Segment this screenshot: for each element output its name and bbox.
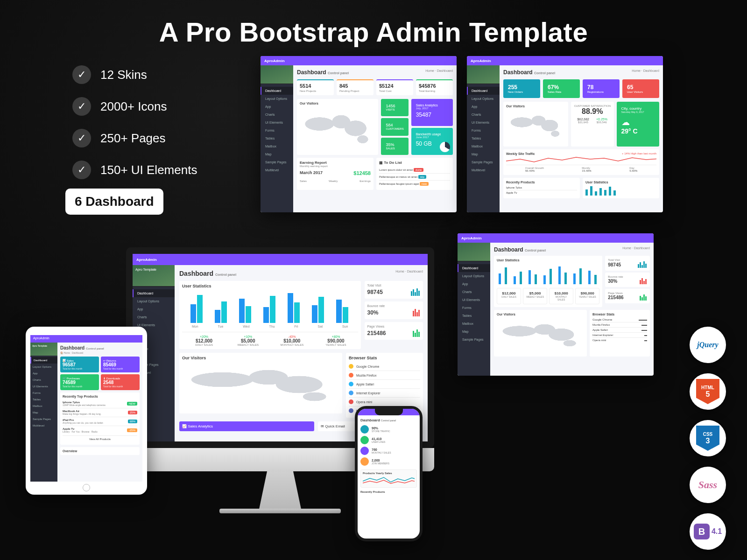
tech-badges: jQuery HTML5 CSS3 Sass B4.1	[690, 327, 726, 550]
sidebar-item[interactable]: Layout Options	[261, 95, 293, 103]
sidebar-item[interactable]: Mailbox	[30, 403, 57, 409]
sidebar-item[interactable]: Multilevel	[467, 166, 500, 174]
home-button-icon	[83, 484, 90, 491]
sidebar-item[interactable]: Map	[261, 150, 293, 158]
check-icon: ✓	[72, 129, 91, 147]
sidebar-item[interactable]: Multilevel	[261, 166, 293, 174]
breadcrumb: Home · Dashboard	[425, 69, 453, 72]
sidebar-item[interactable]: Sample Pages	[261, 158, 293, 166]
sidebar-item[interactable]: Map	[467, 150, 500, 158]
sidebar-item[interactable]: Map	[30, 409, 57, 416]
feature-list: ✓12 Skins ✓2000+ Icons ✓250+ Pages ✓150+…	[72, 65, 197, 192]
sidebar-item[interactable]: App	[30, 370, 57, 377]
todo-item[interactable]: Pellentesque feugiat ipsum eget new	[379, 181, 450, 187]
sidebar-item[interactable]: Charts	[467, 111, 500, 119]
sidebar-item[interactable]: Charts	[133, 313, 175, 321]
todo-item[interactable]: Pellentesque et metus sit amet wip	[379, 174, 450, 181]
bootstrap-icon: B4.1	[690, 513, 726, 550]
sidebar-item[interactable]: UI Elements	[467, 119, 500, 126]
sidebar-item[interactable]: Mailbox	[467, 142, 500, 150]
sidebar-item[interactable]: Forms	[261, 126, 293, 134]
sidebar-item[interactable]: App	[261, 103, 293, 111]
feature-item: ✓250+ Pages	[72, 129, 197, 147]
check-icon: ✓	[72, 65, 91, 84]
sidebar-item[interactable]: Map	[458, 328, 490, 336]
sidebar-item[interactable]: Sample Pages	[458, 336, 490, 343]
dashboard-count-badge: 6 Dashboard	[65, 189, 163, 215]
sidebar-item[interactable]: UI Elements	[458, 296, 490, 304]
feature-item: ✓12 Skins	[72, 65, 197, 84]
sidebar-item[interactable]: Sample Pages	[30, 416, 57, 422]
sidebar-item[interactable]: App	[133, 305, 175, 313]
brand-title: AproAdmin	[264, 59, 285, 63]
sidebar-item[interactable]: Tables	[30, 396, 57, 403]
feature-item: ✓150+ UI Elements	[72, 161, 197, 179]
sidebar-item-dashboard[interactable]: Dashboard	[467, 87, 500, 95]
sass-icon: Sass	[690, 467, 726, 503]
sidebar-item[interactable]: Layout Options	[30, 364, 57, 370]
sidebar-item[interactable]: Mailbox	[261, 142, 293, 150]
ipad-device: AproAdmin Apro Template Dashboard Layout…	[26, 327, 147, 495]
view-all-button[interactable]: View All Products	[63, 435, 137, 442]
sidebar-item[interactable]: Charts	[30, 377, 57, 383]
sidebar-item[interactable]: Forms	[467, 126, 500, 134]
visitors-title: Our Visitors	[300, 102, 375, 105]
jquery-icon: jQuery	[690, 327, 726, 363]
sidebar-item[interactable]: Layout Options	[467, 95, 500, 103]
sidebar-item[interactable]: Charts	[261, 111, 293, 119]
css3-icon: CSS3	[690, 420, 726, 456]
sidebar-item[interactable]: Charts	[458, 288, 490, 296]
html5-icon: HTML5	[690, 373, 726, 410]
sidebar-item[interactable]: Tables	[458, 312, 490, 320]
sidebar-item-dashboard[interactable]: Dashboard	[133, 289, 175, 297]
sidebar-item[interactable]: UI Elements	[261, 119, 293, 126]
sidebar-item-dashboard[interactable]: Dashboard	[30, 357, 57, 364]
check-icon: ✓	[72, 161, 91, 179]
sidebar-item[interactable]: Layout Options	[133, 297, 175, 305]
todo-item[interactable]: Lorem ipsum dolor sit amet done	[379, 167, 450, 174]
sidebar-item[interactable]: Forms	[30, 390, 57, 396]
headline: A Pro Bootstrap Admin Template	[0, 16, 747, 48]
sidebar-item[interactable]: Sample Pages	[467, 158, 500, 166]
sidebar-item[interactable]: UI Elements	[30, 383, 57, 390]
sidebar-item[interactable]: Multilevel	[30, 422, 57, 429]
sidebar-item[interactable]: Mailbox	[458, 320, 490, 328]
sidebar-item[interactable]: App	[458, 280, 490, 288]
sidebar-item[interactable]: Tables	[261, 134, 293, 142]
iphone-device: Dashboard Control panel 90%STORE TRAFFIC…	[355, 406, 423, 541]
sidebar-item[interactable]: Layout Options	[458, 272, 490, 280]
check-icon: ✓	[72, 97, 91, 116]
sidebar-item-dashboard[interactable]: Dashboard	[458, 264, 490, 272]
sidebar-item[interactable]: Tables	[467, 134, 500, 142]
sidebar-item[interactable]: Forms	[458, 304, 490, 312]
sidebar-item-dashboard[interactable]: Dashboard	[261, 87, 293, 95]
sidebar-item[interactable]: App	[467, 103, 500, 111]
feature-item: ✓2000+ Icons	[72, 97, 197, 116]
